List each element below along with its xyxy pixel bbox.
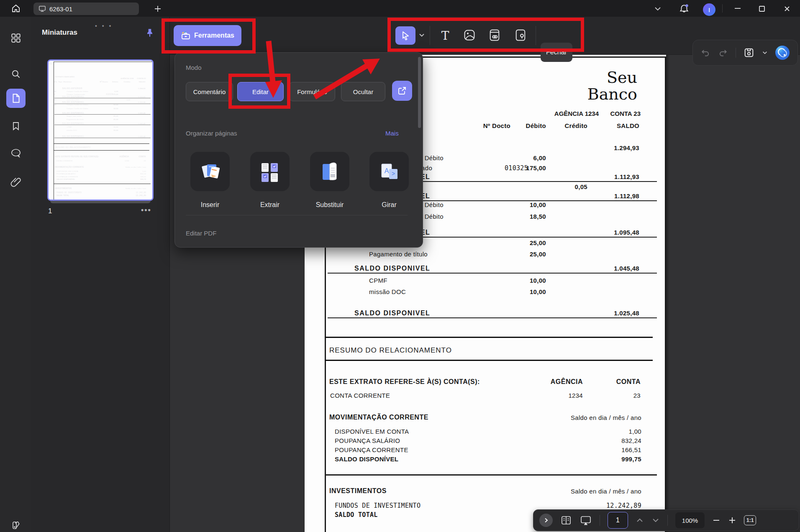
row-balance: 1.112,93 bbox=[597, 173, 639, 180]
select-tool-dropdown[interactable] bbox=[418, 32, 425, 38]
edit-pdf-section-label: Editar PDF bbox=[186, 230, 216, 237]
close-window-button[interactable] bbox=[783, 5, 791, 13]
mode-ocultar-button[interactable]: Ocultar bbox=[341, 82, 385, 101]
organize-girar-tile[interactable]: A > bbox=[369, 152, 409, 191]
redo-button[interactable] bbox=[718, 47, 728, 58]
row-debit: 25,00 bbox=[504, 239, 546, 246]
row-debit: 25,00 bbox=[106, 118, 118, 120]
minimize-button[interactable] bbox=[733, 5, 742, 12]
sidebar-item-search[interactable] bbox=[6, 64, 26, 84]
avatar[interactable]: I bbox=[703, 3, 715, 16]
maximize-button[interactable] bbox=[758, 5, 766, 13]
thumbnail-page-number: 1 bbox=[48, 207, 52, 215]
page-number-input[interactable]: 1 bbox=[608, 512, 628, 529]
search-icon bbox=[10, 69, 21, 79]
zoom-level-input[interactable]: 100% bbox=[675, 512, 705, 528]
undo-icon bbox=[700, 47, 711, 58]
organize-inserir-tile[interactable] bbox=[190, 152, 230, 191]
presentation-icon bbox=[579, 514, 592, 526]
sidebar-item-comments[interactable] bbox=[6, 144, 26, 163]
open-in-window-button[interactable] bbox=[392, 81, 412, 101]
sidebar-item-bookmarks[interactable] bbox=[6, 116, 26, 136]
document-tab[interactable]: 6263-01 bbox=[33, 3, 139, 15]
select-tool-button[interactable] bbox=[395, 26, 415, 45]
undo-button[interactable] bbox=[700, 47, 711, 58]
text-tool-button[interactable]: T bbox=[438, 27, 452, 44]
summary-row-label: SALDO DISPONÍVEL bbox=[56, 178, 75, 180]
summary-row-value: 832,24 bbox=[121, 173, 146, 175]
place-tool-icon bbox=[514, 28, 527, 42]
zoom-in-button[interactable] bbox=[728, 516, 736, 524]
organize-item-label: Girar bbox=[369, 201, 409, 209]
summary-account-value: 23 bbox=[599, 392, 641, 399]
divider bbox=[667, 515, 668, 526]
row-balance: 1.112,98 bbox=[133, 101, 145, 103]
previous-page-button[interactable] bbox=[636, 517, 644, 524]
panel-handle-dots[interactable]: • • • bbox=[95, 23, 113, 29]
close-icon bbox=[783, 5, 791, 13]
pin-panel-button[interactable] bbox=[144, 28, 155, 40]
bookmark-icon bbox=[11, 121, 21, 131]
thumbnails-title: Miniaturas bbox=[42, 28, 77, 37]
organize-item-label: Extrair bbox=[250, 201, 290, 209]
ai-assistant-button[interactable] bbox=[774, 45, 790, 61]
two-page-view-button[interactable] bbox=[560, 514, 572, 526]
rule bbox=[325, 360, 653, 361]
organize-item-label: Inserir bbox=[190, 201, 230, 209]
col-header-debit: Débito bbox=[504, 122, 546, 129]
row-description: Pagamento de título bbox=[369, 251, 428, 258]
row-credit: 0,05 bbox=[118, 99, 130, 101]
sidebar-item-pages[interactable] bbox=[6, 89, 26, 108]
col-header-debit: Débito bbox=[106, 81, 118, 83]
summary-title: RESUMO DO RELACIONAMENTO bbox=[329, 346, 452, 355]
row-description: Cheque Compensado bbox=[67, 93, 85, 95]
expand-toolbar-button[interactable] bbox=[539, 514, 553, 527]
sidebar-item-swatches[interactable] bbox=[6, 515, 26, 532]
close-edit-mode-button[interactable]: Fechar bbox=[541, 43, 572, 62]
sidebar-item-attachments[interactable] bbox=[6, 172, 26, 192]
divider bbox=[722, 4, 723, 13]
account-number: CONTA 23 bbox=[582, 110, 641, 117]
mode-comentario-button[interactable]: Comentário bbox=[186, 82, 233, 101]
account-type: CONTA CORRENTE bbox=[330, 392, 390, 399]
row-day: 04 bbox=[54, 104, 56, 106]
ferramentas-button[interactable]: Ferramentas bbox=[174, 25, 241, 46]
col-header-credit: Crédito bbox=[118, 81, 130, 83]
sidebar-item-apps[interactable] bbox=[6, 28, 26, 48]
thumbnail-stack-shadow bbox=[50, 201, 151, 203]
bottom-bar: 1 100% 1:1 bbox=[533, 509, 799, 531]
link-tool-button[interactable] bbox=[488, 28, 501, 42]
save-button[interactable] bbox=[743, 47, 755, 59]
mode-editar-button[interactable]: Editar bbox=[237, 82, 284, 101]
image-tool-button[interactable] bbox=[463, 28, 476, 42]
presentation-button[interactable] bbox=[579, 514, 592, 526]
refers-label: ESTE EXTRATO REFERE-SE À(S) CONTA(S): bbox=[55, 156, 99, 158]
place-tool-button[interactable] bbox=[514, 28, 527, 42]
page-thumbnail[interactable]: Seu Banco EXTRATO BANCARIO AGÊNCIA 1234 … bbox=[47, 59, 154, 201]
organize-extrair-tile[interactable] bbox=[250, 152, 290, 191]
zoom-out-button[interactable] bbox=[712, 516, 721, 524]
mode-formulario-button[interactable]: Formulário bbox=[289, 82, 335, 101]
notifications-button[interactable] bbox=[679, 3, 690, 14]
summary-row-value: 999,75 bbox=[556, 455, 641, 463]
thumbnail-more-button[interactable]: ••• bbox=[141, 206, 151, 215]
organize-substituir-tile[interactable] bbox=[310, 152, 349, 191]
pdf-page[interactable]: Seu Banco EXTRATO BANCARIO AGÊNCIA 1234 … bbox=[48, 61, 153, 201]
open-in-window-icon bbox=[397, 86, 407, 96]
actual-size-button[interactable]: 1:1 bbox=[744, 515, 756, 525]
row-debit: 10,00 bbox=[504, 201, 546, 208]
account-type: CONTA CORRENTE bbox=[55, 160, 73, 162]
rule bbox=[325, 337, 653, 338]
new-tab-button[interactable] bbox=[153, 4, 162, 13]
summary-account-label: CONTA bbox=[599, 378, 641, 386]
collapse-button[interactable] bbox=[654, 5, 662, 13]
divider bbox=[186, 215, 408, 215]
organize-more-link[interactable]: Mais bbox=[385, 130, 399, 137]
next-page-button[interactable] bbox=[651, 517, 660, 524]
summary-row-value: 166,51 bbox=[121, 175, 146, 177]
home-button[interactable] bbox=[9, 3, 23, 14]
comments-icon bbox=[10, 148, 22, 159]
summary-account-value: 23 bbox=[133, 160, 146, 162]
save-options-dropdown[interactable] bbox=[762, 50, 768, 56]
panel-scrollbar[interactable] bbox=[418, 57, 421, 128]
